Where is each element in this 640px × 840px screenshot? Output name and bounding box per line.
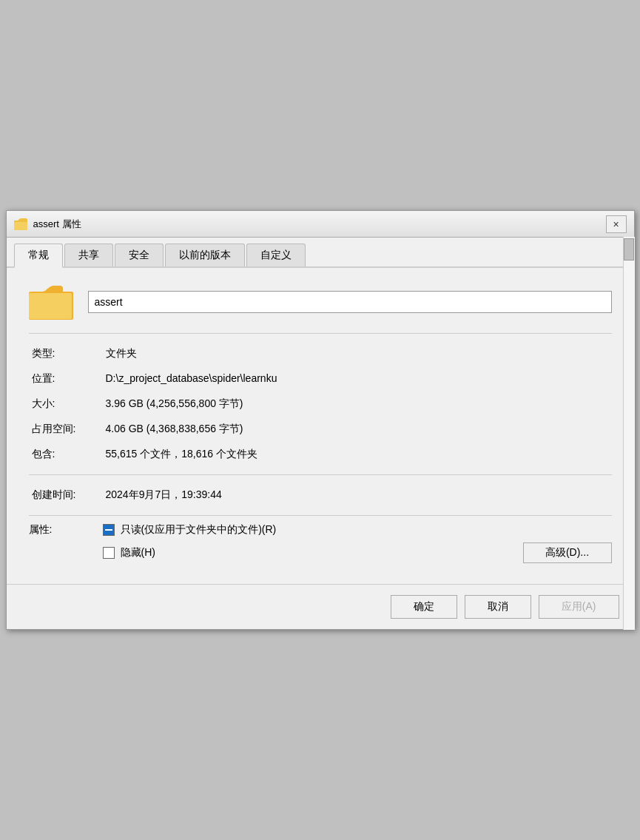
- table-row: 位置: D:\z_project_database\spider\learnku: [29, 366, 612, 392]
- prop-value-location: D:\z_project_database\spider\learnku: [103, 366, 612, 392]
- created-time-key: 创建时间:: [29, 483, 103, 508]
- tab-custom[interactable]: 自定义: [246, 243, 306, 266]
- prop-value-occupied: 4.06 GB (4,368,838,656 字节): [103, 417, 612, 442]
- prop-key-contains: 包含:: [29, 442, 103, 467]
- prop-key-size: 大小:: [29, 392, 103, 417]
- tab-share[interactable]: 共享: [64, 243, 113, 266]
- content-area: 类型: 文件夹 位置: D:\z_project_database\spider…: [7, 268, 634, 584]
- table-row: 包含: 55,615 个文件，18,616 个文件夹: [29, 442, 612, 467]
- attributes-row: 属性: 只读(仅应用于文件夹中的文件)(R) 隐藏(H) 高级(D)...: [29, 523, 612, 563]
- readonly-row: 只读(仅应用于文件夹中的文件)(R): [103, 523, 612, 537]
- svg-rect-1: [14, 222, 27, 230]
- prop-value-type: 文件夹: [103, 341, 612, 366]
- advanced-button[interactable]: 高级(D)...: [523, 542, 612, 563]
- apply-button[interactable]: 应用(A): [539, 595, 619, 619]
- divider-1: [29, 333, 612, 334]
- title-bar: assert 属性 ×: [7, 211, 634, 238]
- hidden-row: 隐藏(H): [103, 546, 155, 560]
- folder-name-input[interactable]: [88, 291, 612, 313]
- prop-key-occupied: 占用空间:: [29, 417, 103, 442]
- attributes-section: 属性: 只读(仅应用于文件夹中的文件)(R) 隐藏(H) 高级(D)...: [29, 523, 612, 563]
- properties-table: 类型: 文件夹 位置: D:\z_project_database\spider…: [29, 341, 612, 467]
- hidden-checkbox[interactable]: [103, 547, 115, 559]
- tab-previous[interactable]: 以前的版本: [165, 243, 245, 266]
- scrollbar[interactable]: [623, 237, 635, 630]
- prop-key-location: 位置:: [29, 366, 103, 392]
- ok-button[interactable]: 确定: [391, 595, 457, 619]
- table-row: 大小: 3.96 GB (4,256,556,800 字节): [29, 392, 612, 417]
- tab-general[interactable]: 常规: [14, 243, 63, 268]
- title-bar-text: assert 属性: [33, 218, 606, 231]
- tab-security[interactable]: 安全: [115, 243, 164, 266]
- close-button[interactable]: ×: [606, 215, 627, 233]
- created-time-value: 2024年9月7日，19:39:44: [103, 483, 612, 508]
- attributes-controls: 只读(仅应用于文件夹中的文件)(R) 隐藏(H) 高级(D)...: [103, 523, 612, 563]
- folder-icon: [29, 283, 73, 321]
- readonly-label: 只读(仅应用于文件夹中的文件)(R): [121, 523, 277, 537]
- svg-rect-4: [29, 293, 72, 319]
- folder-name-row: [29, 283, 612, 321]
- prop-value-size: 3.96 GB (4,256,556,800 字节): [103, 392, 612, 417]
- window-icon: [14, 218, 27, 231]
- divider-2: [29, 474, 612, 475]
- bottom-bar: 确定 取消 应用(A): [7, 584, 634, 629]
- hidden-label: 隐藏(H): [121, 546, 155, 560]
- attributes-key: 属性:: [29, 523, 103, 537]
- table-row: 占用空间: 4.06 GB (4,368,838,656 字节): [29, 417, 612, 442]
- created-time-table: 创建时间: 2024年9月7日，19:39:44: [29, 483, 612, 508]
- tab-bar: 常规 共享 安全 以前的版本 自定义: [7, 238, 634, 268]
- table-row: 创建时间: 2024年9月7日，19:39:44: [29, 483, 612, 508]
- readonly-checkbox[interactable]: [103, 524, 115, 536]
- table-row: 类型: 文件夹: [29, 341, 612, 366]
- cancel-button[interactable]: 取消: [465, 595, 531, 619]
- prop-key-type: 类型:: [29, 341, 103, 366]
- divider-3: [29, 515, 612, 516]
- prop-value-contains: 55,615 个文件，18,616 个文件夹: [103, 442, 612, 467]
